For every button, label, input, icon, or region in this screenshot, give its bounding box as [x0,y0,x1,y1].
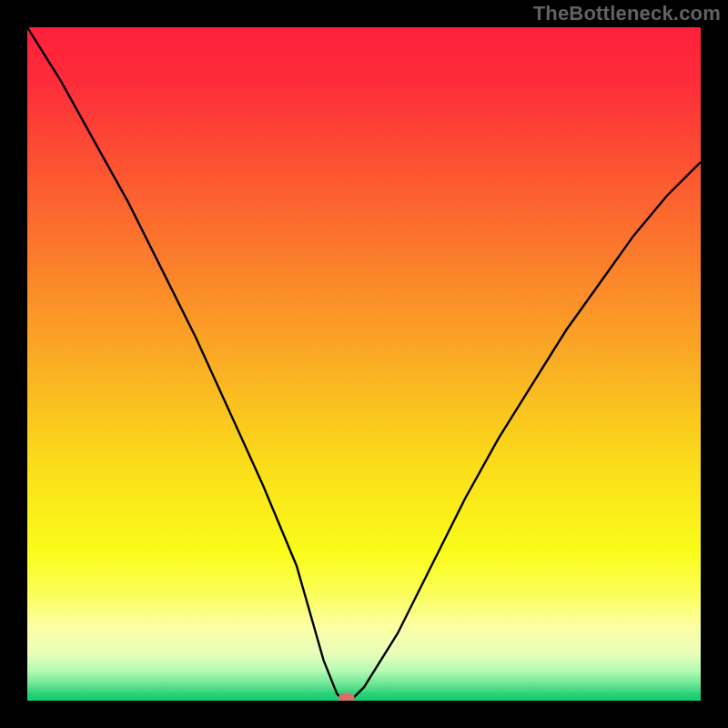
plot-area [27,27,701,701]
gradient-background [27,27,701,701]
bottleneck-chart [27,27,701,701]
watermark-text: TheBottleneck.com [533,2,721,25]
chart-frame: TheBottleneck.com [0,0,728,728]
